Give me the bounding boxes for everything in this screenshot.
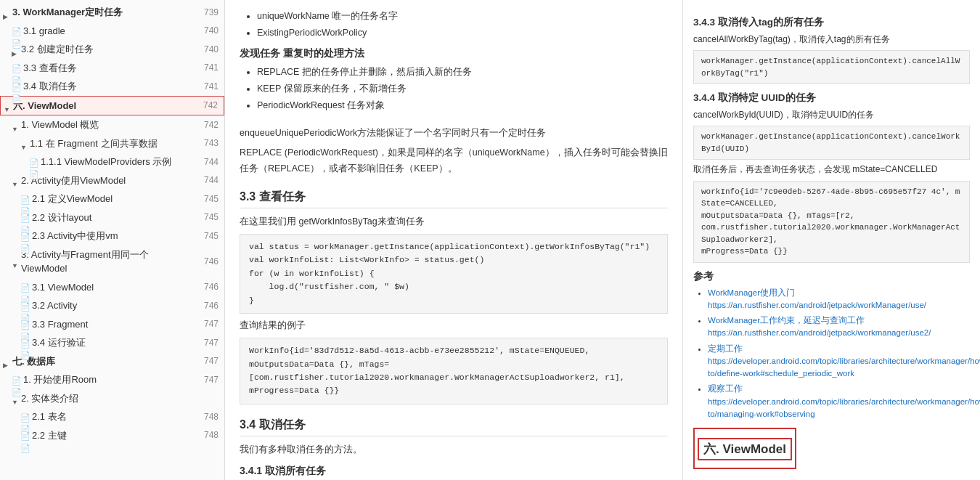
doc-icon-s6-2-1: 📄 (20, 194, 29, 204)
bullet-unique-name: uniqueWorkName 唯一的任务名字 (257, 9, 668, 23)
right-344-code: workManager.getInstance(applicationConte… (693, 126, 970, 160)
sidebar-item-s7-2-2[interactable]: 📄2.2 主键748 (0, 426, 224, 445)
restart-bullet-2: KEEP 保留原来的任务，不新增任务 (257, 81, 668, 96)
sidebar-item-s6-2-3[interactable]: 📄2.3 Activity中使用vm745 (0, 227, 224, 245)
section-3-3: 3.3 查看任务 在这里我们用 getWorkInfosByTag来查询任务 v… (240, 190, 668, 404)
page-num-s6-2-1: 745 (192, 192, 219, 206)
section-3-3-code2: WorkInfo{id='83d7d512-8a5d-4613-acbb-e73… (240, 338, 668, 404)
doc-icon-s3-3: 📄 (12, 62, 20, 73)
section-3-3-code1: val status = workManager.getInstance(app… (240, 234, 668, 314)
ref-item-2: 定期工作 https://developer.android.com/topic… (708, 343, 970, 381)
page-num-s7-2-2: 748 (192, 428, 219, 442)
sidebar-item-s6[interactable]: 六. ViewModel742 (0, 96, 224, 116)
sidebar-item-s3-2[interactable]: 3.2 创建定时任务740 (0, 40, 224, 59)
sidebar-label-s6-1-1: 1.1 在 Fragment 之间共享数据 (30, 137, 158, 151)
sidebar-label-s3: 3. WorkManager定时任务 (12, 5, 123, 20)
section-3-4-1-title: 3.4.1 取消所有任务 (240, 465, 668, 478)
ref-3-text: 观察工作 https://developer.android.com/topic… (708, 384, 980, 418)
page-num-s6-3-4: 747 (192, 336, 219, 349)
right-viewmodel-title: 六. ViewModel (698, 438, 792, 460)
arrow-icon-s6 (4, 102, 11, 109)
sidebar-item-s6-3-1[interactable]: 📄3.1 ViewModel746 (0, 278, 224, 297)
bullet-existing-policy: ExistingPeriodicWorkPolicy (257, 25, 668, 40)
doc-icon-s6-1-1-1: 📄 (29, 157, 38, 167)
sidebar-label-s7-2-1: 2.1 表名 (32, 410, 67, 424)
doc-icon-s6-2-3: 📄 (20, 231, 29, 241)
sidebar-label-s7: 七. 数据库 (12, 354, 55, 369)
page-num-s3-1: 740 (192, 24, 219, 37)
page-num-s6-1-1: 743 (192, 137, 219, 150)
sidebar-item-s6-3-2[interactable]: 📄3.2 Activity746 (0, 296, 224, 315)
sidebar-item-s6-2-1[interactable]: 📄2.1 定义ViewModel745 (0, 190, 224, 208)
page-num-s6-2: 744 (192, 174, 219, 187)
page-num-s3-4: 741 (192, 80, 219, 93)
restart-bullet-3: PeriodicWorkRequest 任务对象 (257, 98, 668, 113)
right-viewmodel-title-block: 六. ViewModel (693, 428, 796, 469)
restart-bullet-1: REPLACE 把的任务停止并删除，然后插入新的任务 (257, 65, 668, 79)
page-num-s6-1: 742 (192, 118, 219, 131)
ref-2-text: 定期工作 https://developer.android.com/topic… (708, 344, 980, 378)
enqueue-section: enqueueUniquePeriodicWork方法能保证了一个名字同时只有一… (240, 126, 668, 176)
sidebar-label-s6-2-1: 2.1 定义ViewModel (32, 192, 113, 206)
right-343-text: cancelAllWorkByTag(tag)，取消传入tag的所有任务 (693, 33, 970, 46)
sidebar-item-s3-3[interactable]: 📄3.3 查看任务741 (0, 59, 224, 78)
sidebar-label-s7-2: 2. 实体类介绍 (21, 391, 78, 406)
ref-item-0: WorkManager使用入门 https://an.rustfisher.co… (708, 287, 970, 312)
page-num-s7-1: 747 (192, 373, 219, 386)
doc-icon-s6-3-4: 📄 (20, 338, 29, 348)
sidebar-label-s6-1: 1. ViewModel 概览 (21, 118, 99, 132)
sidebar-item-s6-2-2[interactable]: 📄2.2 设计layout745 (0, 208, 224, 227)
doc-icon-s6-3-3: 📄 (20, 319, 29, 329)
sidebar: 3. WorkManager定时任务739📄3.1 gradle7403.2 创… (0, 0, 225, 480)
sidebar-item-s6-3-3[interactable]: 📄3.3 Fragment747 (0, 315, 224, 334)
doc-icon-s6-2-2: 📄 (20, 212, 29, 222)
right-ref-title: 参考 (693, 270, 970, 283)
doc-icon-s3-4: 📄 (12, 81, 20, 91)
section-3-4-title: 3.4 取消任务 (240, 418, 668, 436)
page-num-s7: 747 (192, 354, 219, 367)
sidebar-item-s6-3[interactable]: 3. Activity与Fragment用同一个ViewModel746 (0, 245, 224, 278)
page-num-s6-3-1: 746 (192, 280, 219, 293)
page-num-s6: 742 (192, 99, 218, 112)
page-num-s6-3-3: 747 (192, 317, 219, 330)
restart-bullets: REPLACE 把的任务停止并删除，然后插入新的任务 KEEP 保留原来的任务，… (257, 65, 668, 113)
sidebar-item-s7-1[interactable]: 📄1. 开始使用Room747 (0, 370, 224, 389)
sidebar-item-s6-3-4[interactable]: 📄3.4 运行验证747 (0, 333, 224, 352)
arrow-icon-s6-1-1 (20, 139, 28, 147)
main-content: uniqueWorkName 唯一的任务名字 ExistingPeriodicW… (225, 0, 682, 480)
ref-item-1: WorkManager工作约束，延迟与查询工作 https://an.rustf… (708, 314, 970, 340)
right-cancel-note: 取消任务后，再去查询任务状态，会发现 mState=CANCELLED (693, 163, 970, 176)
arrow-icon-s7 (3, 357, 10, 365)
page-num-s6-2-2: 745 (192, 211, 219, 224)
top-bullets: uniqueWorkName 唯一的任务名字 ExistingPeriodicW… (257, 9, 668, 40)
ref-1-text: WorkManager工作约束，延迟与查询工作 https://an.rustf… (708, 316, 931, 337)
section-3-4: 3.4 取消任务 我们有多种取消任务的方法。 3.4.1 取消所有任务 canc… (240, 418, 668, 480)
sidebar-label-s6-2-2: 2.2 设计layout (32, 211, 91, 225)
arrow-icon-s6-3 (12, 258, 19, 265)
doc-icon-s3-1: 📄 (12, 25, 20, 36)
page-num-s6-1-1-1: 744 (192, 155, 219, 168)
right-343-title: 3.4.3 取消传入tag的所有任务 (693, 16, 970, 29)
page-num-s3-2: 740 (192, 43, 219, 56)
sidebar-item-s3-1[interactable]: 📄3.1 gradle740 (0, 22, 224, 41)
arrow-icon-s6-2 (12, 176, 19, 184)
doc-icon-s7-2-1: 📄 (20, 412, 29, 422)
section-3-4-intro: 我们有多种取消任务的方法。 (240, 442, 668, 457)
section-3-3-sub: 查询结果的例子 (240, 318, 668, 333)
sidebar-item-s3[interactable]: 3. WorkManager定时任务739 (0, 3, 224, 22)
sidebar-label-s6-3-2: 3.2 Activity (32, 298, 77, 313)
sidebar-item-s6-1[interactable]: 1. ViewModel 概览742 (0, 115, 224, 134)
sidebar-item-s7[interactable]: 七. 数据库747 (0, 352, 224, 371)
section-3-3-intro: 在这里我们用 getWorkInfosByTag来查询任务 (240, 214, 668, 229)
sidebar-item-s7-2[interactable]: 2. 实体类介绍 (0, 389, 224, 408)
sidebar-label-s6-1-1-1: 1.1.1 ViewModelProviders 示例 (41, 155, 171, 169)
sidebar-label-s6-3-4: 3.4 运行验证 (32, 335, 86, 350)
doc-icon-s6-3-1: 📄 (20, 282, 29, 292)
sidebar-item-s7-2-1[interactable]: 📄2.1 表名748 (0, 407, 224, 426)
sidebar-item-s3-4[interactable]: 📄3.4 取消任务741 (0, 77, 224, 96)
page-num-s3-3: 741 (192, 61, 219, 74)
sidebar-item-s6-1-1[interactable]: 1.1 在 Fragment 之间共享数据743 (0, 134, 224, 153)
right-344-text: cancelWorkById(UUID)，取消特定UUID的任务 (693, 108, 970, 122)
doc-icon-s6-3-2: 📄 (20, 301, 29, 311)
sidebar-item-s6-1-1-1[interactable]: 📄1.1.1 ViewModelProviders 示例744 (0, 152, 224, 171)
